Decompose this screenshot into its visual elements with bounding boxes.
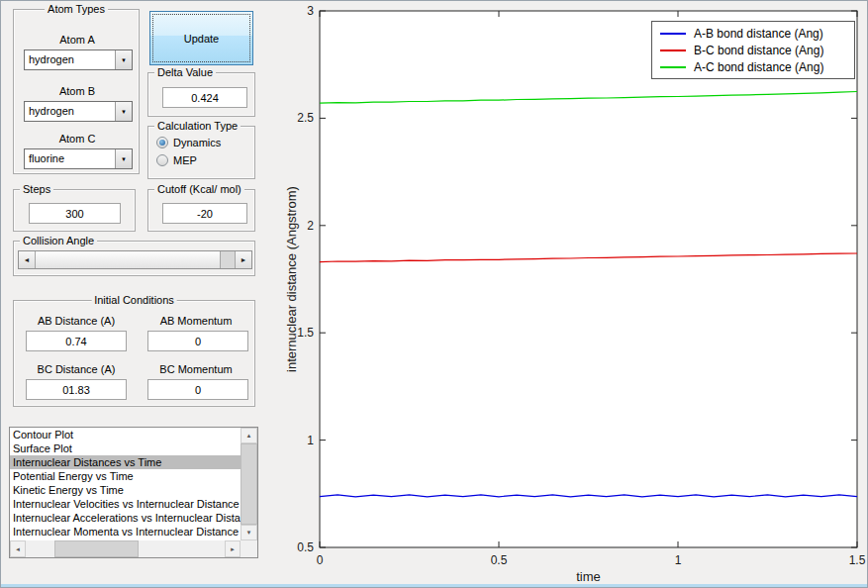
scroll-up-icon[interactable]: ▲ bbox=[241, 428, 257, 443]
dropdown-arrow-icon[interactable]: ▼ bbox=[115, 50, 132, 69]
collision-angle-slider[interactable]: ◄ ► bbox=[18, 250, 252, 269]
cutoff-title: Cutoff (Kcal/ mol) bbox=[154, 183, 244, 195]
list-item[interactable]: Surface Plot bbox=[10, 441, 241, 455]
radio-button-icon[interactable] bbox=[156, 137, 168, 148]
atom-c-label: Atom C bbox=[14, 133, 141, 145]
y-tick-label: 2.5 bbox=[297, 111, 314, 125]
collision-angle-panel: Collision Angle ◄ ► bbox=[13, 241, 255, 276]
vertical-scroll-thumb[interactable] bbox=[241, 443, 257, 525]
dropdown-arrow-icon[interactable]: ▼ bbox=[115, 102, 132, 121]
legend-label: B-C bond distance (Ang) bbox=[694, 44, 823, 57]
initial-conditions-panel: Initial Conditions AB Distance (A) AB Mo… bbox=[13, 300, 255, 407]
atom-a-label: Atom A bbox=[14, 34, 141, 46]
horizontal-scroll-thumb[interactable] bbox=[54, 540, 139, 557]
radio-mep-label: MEP bbox=[173, 154, 197, 166]
slider-left-arrow-icon[interactable]: ◄ bbox=[19, 251, 36, 268]
list-item[interactable]: Internuclear Distances vs Time bbox=[10, 455, 241, 469]
slider-right-arrow-icon[interactable]: ► bbox=[235, 251, 251, 268]
vertical-scrollbar[interactable]: ▲ ▼ bbox=[241, 428, 257, 540]
y-tick-label: 0.5 bbox=[297, 540, 314, 554]
initial-conditions-title: Initial Conditions bbox=[91, 294, 177, 306]
collision-angle-title: Collision Angle bbox=[20, 235, 97, 246]
legend-line-swatch bbox=[660, 66, 686, 68]
y-tick-label: 1.5 bbox=[297, 326, 314, 340]
x-tick-label: 1.5 bbox=[849, 553, 866, 567]
atom-types-title: Atom Types bbox=[45, 3, 108, 15]
bc-momentum-field[interactable] bbox=[147, 379, 248, 400]
atom-c-selected-value: fluorine bbox=[25, 149, 115, 168]
atom-c-dropdown[interactable]: fluorine ▼ bbox=[24, 148, 133, 169]
radio-dynamics[interactable]: Dynamics bbox=[156, 137, 221, 148]
bc-momentum-label: BC Momentum bbox=[143, 363, 249, 375]
list-item[interactable]: Contour Plot bbox=[10, 428, 241, 441]
delta-value-panel: Delta Value bbox=[147, 72, 255, 117]
ab-distance-field[interactable] bbox=[26, 331, 127, 351]
ab-momentum-field[interactable] bbox=[147, 331, 248, 351]
plot-legend[interactable]: A-B bond distance (Ang)B-C bond distance… bbox=[651, 21, 855, 79]
steps-panel: Steps bbox=[13, 189, 136, 232]
plot-type-listbox[interactable]: Contour PlotSurface PlotInternuclear Dis… bbox=[9, 427, 258, 558]
legend-label: A-C bond distance (Ang) bbox=[694, 60, 823, 74]
legend-line-swatch bbox=[660, 49, 686, 51]
scrollbar-corner bbox=[241, 540, 257, 557]
ab-distance-label: AB Distance (A) bbox=[22, 315, 131, 327]
list-item[interactable]: Potential Energy vs Time bbox=[10, 469, 241, 483]
radio-dynamics-label: Dynamics bbox=[173, 137, 221, 148]
delta-value-title: Delta Value bbox=[154, 66, 216, 78]
scroll-down-icon[interactable]: ▼ bbox=[241, 525, 257, 540]
legend-line-swatch bbox=[660, 33, 686, 35]
x-tick-label: 0.5 bbox=[491, 553, 508, 567]
atom-b-label: Atom B bbox=[14, 85, 141, 97]
calculation-type-panel: Calculation Type Dynamics MEP bbox=[147, 126, 255, 179]
calculation-type-title: Calculation Type bbox=[154, 120, 241, 132]
bc-distance-field[interactable] bbox=[26, 379, 127, 400]
legend-entry: A-B bond distance (Ang) bbox=[652, 25, 854, 42]
plot-area: 00.511.50.511.522.53timeinternuclear dis… bbox=[283, 1, 868, 588]
legend-entry: B-C bond distance (Ang) bbox=[652, 42, 854, 58]
atom-a-dropdown[interactable]: hydrogen ▼ bbox=[24, 49, 133, 70]
list-item[interactable]: Kinetic Energy vs Time bbox=[10, 483, 241, 497]
ab-momentum-label: AB Momentum bbox=[143, 315, 249, 327]
cutoff-field[interactable] bbox=[162, 203, 247, 224]
scroll-right-icon[interactable]: ► bbox=[225, 540, 241, 557]
list-item[interactable]: Internuclear Accelerations vs Internucle… bbox=[10, 511, 241, 525]
update-button[interactable]: Update bbox=[149, 11, 253, 65]
plot-background bbox=[320, 11, 857, 547]
atom-b-selected-value: hydrogen bbox=[25, 102, 115, 121]
window-bottom-edge bbox=[1, 584, 867, 587]
list-item[interactable]: Internuclear Velocities vs Internuclear … bbox=[10, 497, 241, 511]
delta-value-field[interactable] bbox=[162, 87, 247, 108]
bc-distance-label: BC Distance (A) bbox=[22, 363, 131, 375]
bond-distance-chart: 00.511.50.511.522.53timeinternuclear dis… bbox=[283, 1, 868, 588]
cutoff-panel: Cutoff (Kcal/ mol) bbox=[147, 189, 255, 232]
atom-a-selected-value: hydrogen bbox=[25, 50, 115, 69]
horizontal-scrollbar[interactable]: ◄ ► bbox=[10, 540, 241, 557]
radio-button-icon[interactable] bbox=[156, 154, 168, 166]
list-item[interactable]: Internuclear Momenta vs Internuclear Dis… bbox=[10, 525, 241, 539]
x-tick-label: 1 bbox=[675, 553, 682, 567]
radio-mep[interactable]: MEP bbox=[156, 154, 197, 166]
atom-b-dropdown[interactable]: hydrogen ▼ bbox=[24, 101, 133, 122]
x-axis-label: time bbox=[576, 569, 601, 584]
atom-types-panel: Atom Types Atom A hydrogen ▼ Atom B hydr… bbox=[13, 9, 140, 174]
steps-field[interactable] bbox=[29, 203, 121, 224]
scroll-left-icon[interactable]: ◄ bbox=[10, 540, 26, 557]
y-tick-label: 1 bbox=[307, 434, 314, 447]
legend-label: A-B bond distance (Ang) bbox=[694, 27, 823, 41]
slider-thumb[interactable] bbox=[36, 251, 221, 268]
steps-title: Steps bbox=[20, 183, 53, 195]
dropdown-arrow-icon[interactable]: ▼ bbox=[115, 149, 132, 168]
y-tick-label: 2 bbox=[307, 219, 314, 233]
y-axis-label: internuclear distance (Angstrom) bbox=[284, 186, 299, 372]
x-tick-label: 0 bbox=[317, 553, 324, 567]
y-tick-label: 3 bbox=[307, 4, 314, 18]
legend-entry: A-C bond distance (Ang) bbox=[652, 58, 854, 75]
